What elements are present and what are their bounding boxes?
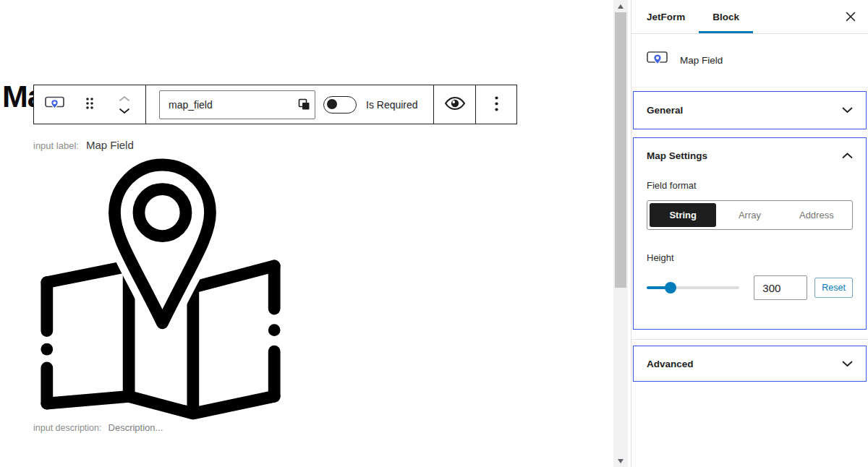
height-number-input[interactable]: [754, 275, 807, 300]
close-sidebar-button[interactable]: [843, 9, 859, 25]
panel-general-title: General: [647, 105, 683, 116]
panel-map-settings: Map Settings Field format String Array A…: [633, 137, 867, 330]
panel-general-toggle[interactable]: General: [634, 92, 866, 129]
scroll-down-button[interactable]: [613, 455, 628, 467]
height-label: Height: [647, 252, 853, 263]
map-field-block-icon: [646, 48, 669, 72]
settings-sidebar: JetForm Block Map Field: [631, 0, 868, 467]
map-field-block-icon: [44, 94, 66, 116]
panel-advanced: Advanced: [633, 346, 867, 382]
block-movers: [103, 85, 145, 124]
jetform-block-editor: Map Field: [0, 0, 868, 467]
close-icon: [846, 12, 856, 24]
copy-icon[interactable]: [298, 98, 310, 113]
is-required-toggle[interactable]: [323, 96, 357, 113]
preview-visibility-button[interactable]: [434, 85, 475, 124]
editor-scrollbar[interactable]: [613, 0, 628, 467]
is-required-label: Is Required: [366, 99, 418, 111]
scroll-down-icon: [618, 459, 624, 463]
chevron-down-icon: [119, 106, 130, 116]
format-option-array[interactable]: Array: [716, 203, 783, 227]
height-slider[interactable]: [647, 282, 739, 294]
field-name-input[interactable]: [159, 90, 315, 119]
scroll-up-button[interactable]: [613, 0, 628, 12]
kebab-menu-icon: [495, 96, 498, 113]
format-option-string[interactable]: String: [650, 203, 716, 227]
move-up-button[interactable]: [119, 94, 130, 103]
chevron-up-icon: [119, 93, 130, 104]
scrollbar-thumb[interactable]: [615, 12, 626, 288]
move-down-button[interactable]: [119, 106, 130, 115]
block-toolbar: Is Required: [33, 85, 517, 124]
block-card: Map Field: [631, 34, 868, 87]
input-label-prefix: input label:: [33, 140, 79, 151]
panel-map-settings-title: Map Settings: [647, 150, 707, 161]
height-reset-button[interactable]: Reset: [814, 278, 853, 298]
toggle-knob: [327, 99, 337, 109]
scroll-up-icon: [618, 4, 624, 9]
input-label-value: Map Field: [86, 139, 134, 151]
chevron-down-icon: [842, 359, 853, 369]
map-settings-body: Field format String Array Address Height…: [634, 180, 866, 329]
sidebar-tabs: JetForm Block: [631, 0, 868, 34]
map-field-block-icon-button[interactable]: [34, 85, 76, 124]
tab-block[interactable]: Block: [699, 0, 753, 33]
height-control-row: Reset: [647, 275, 853, 300]
tab-jetform[interactable]: JetForm: [633, 0, 699, 33]
map-field-preview[interactable]: [38, 153, 284, 425]
panel-general: General: [633, 91, 867, 129]
block-card-title: Map Field: [680, 55, 723, 66]
sidebar-divider: [631, 339, 868, 340]
input-description-row: input description:Description...: [33, 422, 163, 433]
input-description-value: Description...: [109, 422, 163, 433]
panel-advanced-toggle[interactable]: Advanced: [634, 346, 866, 381]
field-name-wrap: [159, 90, 315, 119]
drag-handle[interactable]: [76, 85, 103, 124]
slider-thumb[interactable]: [665, 282, 676, 294]
chevron-up-icon: [842, 150, 853, 161]
toolbar-field-group: Is Required: [146, 85, 433, 124]
eye-icon: [444, 96, 466, 113]
panel-advanced-title: Advanced: [647, 359, 694, 369]
options-menu-button[interactable]: [476, 85, 516, 124]
drag-handle-icon: [85, 97, 94, 112]
chevron-down-icon: [842, 105, 853, 116]
field-format-label: Field format: [647, 180, 853, 191]
input-label-row: input label:Map Field: [33, 139, 134, 151]
panel-map-settings-toggle[interactable]: Map Settings: [634, 138, 866, 173]
field-format-segmented-control: String Array Address: [647, 200, 853, 230]
format-option-address[interactable]: Address: [783, 203, 850, 227]
input-description-prefix: input description:: [33, 423, 102, 433]
